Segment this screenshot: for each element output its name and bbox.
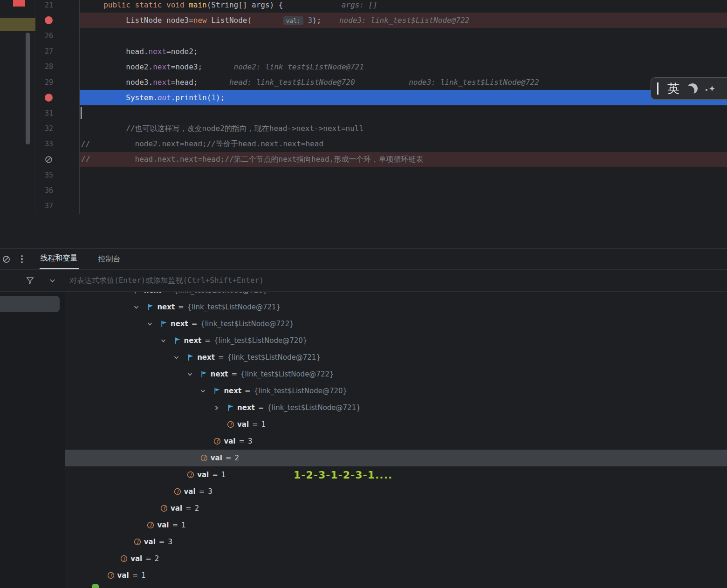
tree-row[interactable]: fval=2 xyxy=(65,500,727,517)
tree-row[interactable]: fval=2 xyxy=(65,550,727,567)
kebab-menu-icon[interactable] xyxy=(21,255,23,263)
code-text[interactable]: // node2.next=head;//等价于head.next.next=h… xyxy=(79,137,727,152)
tree-row[interactable]: next={link_test$ListNode@721} xyxy=(65,299,727,315)
tree-row[interactable]: next={link_test$ListNode@720} xyxy=(65,383,727,399)
tree-row[interactable]: fval=1 xyxy=(65,567,727,584)
chevron-down-icon[interactable] xyxy=(173,355,179,361)
tree-row[interactable]: next={link_test$ListNode@722} xyxy=(65,366,727,383)
tree-row[interactable]: fval=3 xyxy=(65,483,727,500)
code-text[interactable]: //也可以这样写，改变node2的指向，现在head->next->next=n… xyxy=(79,121,727,137)
inline-debug-hint: args: [] xyxy=(342,0,377,9)
gutter-cell[interactable]: 26 xyxy=(36,28,79,43)
chevron-right-icon[interactable] xyxy=(213,405,219,411)
code-line[interactable]: 21 public static void main(String[] args… xyxy=(0,0,727,13)
chevron-down-icon[interactable] xyxy=(187,371,193,377)
code-line[interactable]: // head.next.next=head;//第二个节点的next指向hea… xyxy=(0,152,727,167)
code-text[interactable]: head.next=node2; xyxy=(79,44,727,59)
gutter-cell[interactable]: 36 xyxy=(36,183,79,198)
gutter-cell[interactable] xyxy=(36,152,79,167)
code-line[interactable]: 26 xyxy=(0,28,727,43)
tree-expand-toggle[interactable] xyxy=(173,355,187,361)
code-text[interactable]: node3.next=head; head: link_test$ListNod… xyxy=(79,75,727,90)
tree-row[interactable]: fval=3 xyxy=(65,533,727,550)
code-line[interactable]: 37 xyxy=(0,198,727,213)
expression-input[interactable]: 对表达式求值(Enter)或添加监视(Ctrl+Shift+Enter) xyxy=(69,276,264,286)
tree-expand-toggle[interactable] xyxy=(187,371,200,377)
code-line[interactable]: 29 node3.next=head; head: link_test$List… xyxy=(0,75,727,90)
gutter-cell[interactable]: 27 xyxy=(36,44,79,59)
chevron-down-icon[interactable] xyxy=(49,278,55,284)
tree-expand-toggle[interactable] xyxy=(200,388,213,394)
code-text[interactable]: public static void main(String[] args) {… xyxy=(79,0,727,13)
expression-evaluate-bar[interactable]: 对表达式求值(Enter)或添加监视(Ctrl+Shift+Enter) xyxy=(0,270,727,292)
code-text[interactable] xyxy=(79,105,727,121)
mute-breakpoints-icon[interactable] xyxy=(2,255,10,263)
moon-icon[interactable] xyxy=(687,83,698,94)
variables-tree[interactable]: next={link_test$ListNode@720}next={link_… xyxy=(65,292,727,588)
muted-breakpoint-icon[interactable] xyxy=(45,156,53,164)
tab-threads-and-variables[interactable]: 线程和变量 xyxy=(40,249,79,269)
code-line[interactable]: 33// node2.next=head;//等价于head.next.next… xyxy=(0,137,727,152)
sparkle-icon[interactable] xyxy=(705,86,715,91)
ime-language-label[interactable]: 英 xyxy=(667,81,679,97)
editor-scrollbar[interactable] xyxy=(26,33,30,144)
code-line[interactable]: 36 xyxy=(0,183,727,198)
tree-expand-toggle[interactable] xyxy=(160,338,174,344)
code-line[interactable]: 35 xyxy=(0,167,727,183)
code-text[interactable] xyxy=(79,28,727,43)
code-text[interactable] xyxy=(79,183,727,198)
gutter-cell[interactable]: 29 xyxy=(36,75,79,90)
tree-row[interactable]: fval=1 xyxy=(65,466,727,483)
tree-expand-toggle[interactable] xyxy=(120,292,134,294)
filter-funnel-icon[interactable] xyxy=(26,277,34,284)
chevron-down-icon[interactable] xyxy=(133,304,139,310)
tree-row[interactable]: fval=3 xyxy=(65,433,727,450)
gutter-cell[interactable]: 32 xyxy=(36,121,79,137)
gutter-cell[interactable]: 21 xyxy=(36,0,79,13)
code-text[interactable] xyxy=(79,167,727,183)
gutter-cell[interactable]: 37 xyxy=(36,198,79,213)
tree-row[interactable]: next={link_test$ListNode@721} xyxy=(65,349,727,366)
flag-icon xyxy=(187,354,194,361)
code-line[interactable]: System.out.println(1); xyxy=(0,90,727,105)
chevron-down-icon[interactable] xyxy=(120,292,126,294)
tree-row[interactable]: next={link_test$ListNode@721} xyxy=(65,399,727,416)
code-line[interactable]: ListNode node3=new ListNode( val: 3); no… xyxy=(0,13,727,28)
ime-status-widget[interactable]: 英 xyxy=(651,77,727,100)
code-line[interactable]: 27 head.next=node2; xyxy=(0,44,727,59)
frames-selected-item[interactable] xyxy=(0,296,60,312)
code-line[interactable]: 31 xyxy=(0,105,727,121)
tree-expand-toggle[interactable] xyxy=(213,405,227,411)
code-text[interactable] xyxy=(79,198,727,213)
chevron-down-icon[interactable] xyxy=(200,388,206,394)
code-segment: new xyxy=(193,16,207,25)
code-text[interactable]: ListNode node3=new ListNode( val: 3); no… xyxy=(79,13,727,28)
tree-row[interactable]: fval=1 xyxy=(65,416,727,433)
code-line[interactable]: 32 //也可以这样写，改变node2的指向，现在head->next->nex… xyxy=(0,121,727,137)
code-line[interactable]: 28 node2.next=node3; node2: link_test$Li… xyxy=(0,59,727,75)
chevron-down-icon[interactable] xyxy=(147,321,153,327)
tree-row[interactable]: next={link_test$ListNode@722} xyxy=(65,315,727,332)
gutter-cell[interactable]: 33 xyxy=(36,137,79,152)
tree-row[interactable]: next={link_test$ListNode@720} xyxy=(65,332,727,349)
tree-row[interactable]: fval=2 xyxy=(65,450,727,466)
tree-expand-toggle[interactable] xyxy=(147,321,160,327)
frames-panel[interactable] xyxy=(0,292,65,588)
gutter-cell[interactable] xyxy=(36,13,79,28)
tree-expand-toggle[interactable] xyxy=(133,304,147,310)
chevron-down-icon[interactable] xyxy=(160,338,166,344)
code-text[interactable]: node2.next=node3; node2: link_test$ListN… xyxy=(79,59,727,75)
tree-row[interactable]: fval=1 xyxy=(65,517,727,533)
breakpoint-icon[interactable] xyxy=(45,94,53,102)
code-editor[interactable]: 21 public static void main(String[] args… xyxy=(0,0,727,214)
breakpoint-icon[interactable] xyxy=(45,16,53,24)
code-text[interactable]: System.out.println(1); xyxy=(79,90,727,105)
gutter-cell[interactable]: 31 xyxy=(36,105,79,121)
tab-console[interactable]: 控制台 xyxy=(97,249,122,269)
gutter-cell[interactable]: 28 xyxy=(36,59,79,75)
gutter-cell[interactable]: 35 xyxy=(36,167,79,183)
field-icon: f xyxy=(134,538,141,546)
gutter-cell[interactable] xyxy=(36,90,79,105)
tree-row[interactable]: next={link_test$ListNode@720} xyxy=(65,292,727,299)
code-text[interactable]: // head.next.next=head;//第二个节点的next指向hea… xyxy=(79,152,727,167)
